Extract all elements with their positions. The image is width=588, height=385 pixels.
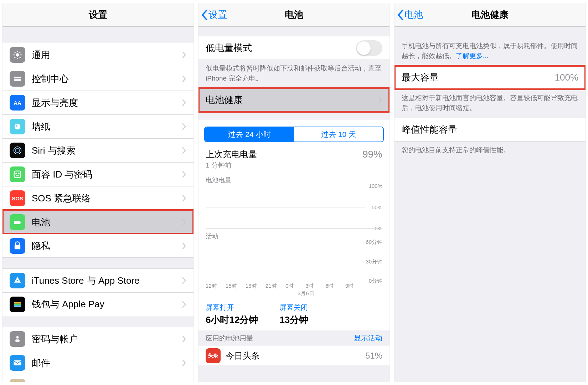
chevron-right-icon bbox=[182, 75, 186, 82]
settings-row-siri[interactable]: Siri 与搜索 bbox=[2, 138, 194, 162]
svg-point-8 bbox=[16, 173, 16, 174]
time-range-segmented[interactable]: 过去 24 小时 过去 10 天 bbox=[204, 127, 384, 142]
settings-row-mail[interactable]: 邮件 bbox=[2, 351, 194, 375]
chevron-right-icon bbox=[182, 123, 186, 130]
seg-10d[interactable]: 过去 10 天 bbox=[294, 127, 383, 142]
svg-point-4 bbox=[16, 125, 17, 127]
battery-health-pane: 电池 电池健康 手机电池与所有可充电电池类似，属于易耗部件。使用时间越长，能效越… bbox=[394, 3, 586, 382]
activity-chart: 60分钟 30分钟 0分钟 bbox=[206, 242, 382, 281]
max-capacity-value: 100% bbox=[555, 72, 579, 83]
svg-rect-19 bbox=[14, 360, 21, 365]
settings-row-sos[interactable]: SOSSOS 紧急联络 bbox=[2, 186, 194, 210]
settings-row-general[interactable]: 通用 bbox=[2, 43, 194, 67]
chevron-right-icon bbox=[182, 301, 186, 308]
priv-icon bbox=[10, 238, 25, 254]
peak-performance-row: 峰值性能容量 bbox=[394, 118, 586, 142]
contacts-icon bbox=[10, 379, 25, 382]
svg-rect-15 bbox=[14, 303, 21, 305]
activity-chart-title: 活动 bbox=[206, 232, 382, 241]
max-capacity-row: 最大容量 100% bbox=[394, 66, 586, 89]
max-capacity-footer: 这是相对于新电池而言的电池容量。容量较低可能导致充电后，电池使用时间缩短。 bbox=[394, 89, 586, 118]
chevron-right-icon bbox=[182, 195, 186, 202]
display-icon: AA bbox=[10, 95, 25, 111]
svg-rect-2 bbox=[14, 79, 21, 81]
settings-row-priv[interactable]: 隐私 bbox=[2, 234, 194, 258]
health-intro: 手机电池与所有可充电电池类似，属于易耗部件。使用时间越长，能效越低。了解更多..… bbox=[394, 27, 586, 66]
nav-title: 电池健康 bbox=[471, 9, 509, 21]
chevron-right-icon bbox=[182, 335, 186, 343]
chevron-right-icon bbox=[182, 171, 186, 178]
screen-off-stat: 屏幕关闭 13分钟 bbox=[279, 303, 308, 326]
svg-point-3 bbox=[15, 124, 20, 129]
back-to-battery[interactable]: 电池 bbox=[397, 9, 423, 21]
last-charge-title: 上次充电电量 bbox=[206, 149, 362, 160]
low-power-toggle[interactable] bbox=[356, 40, 382, 56]
battery-health-row[interactable]: 电池健康 bbox=[198, 88, 390, 112]
settings-row-face[interactable]: 面容 ID 与密码 bbox=[2, 162, 194, 186]
svg-rect-1 bbox=[14, 77, 21, 78]
back-to-settings[interactable]: 设置 bbox=[201, 9, 227, 21]
svg-rect-16 bbox=[14, 305, 21, 307]
peak-footer: 您的电池目前支持正常的峰值性能。 bbox=[394, 142, 586, 160]
learn-more-link[interactable]: 了解更多... bbox=[456, 52, 489, 60]
mail-icon bbox=[10, 355, 25, 371]
chevron-right-icon bbox=[182, 359, 186, 366]
seg-24h[interactable]: 过去 24 小时 bbox=[205, 127, 294, 142]
last-charge-sub: 1 分钟前 bbox=[206, 161, 362, 170]
svg-rect-18 bbox=[15, 339, 20, 342]
chevron-right-icon bbox=[182, 147, 186, 154]
svg-point-6 bbox=[15, 148, 20, 153]
show-activity-link[interactable]: 显示活动 bbox=[354, 333, 382, 343]
chevron-right-icon bbox=[182, 242, 186, 250]
sos-icon: SOS bbox=[10, 190, 25, 206]
low-power-footer: 低电量模式将暂时降低如下载和邮件获取等后台活动，直至 iPhone 完全充电。 bbox=[198, 60, 390, 88]
navbar-battery: 设置 电池 bbox=[198, 3, 390, 27]
navbar-settings: 设置 bbox=[2, 3, 194, 27]
acct-icon bbox=[10, 331, 25, 347]
chevron-right-icon bbox=[378, 97, 382, 104]
settings-row-wall[interactable]: 墙纸 bbox=[2, 114, 194, 138]
low-power-mode-row[interactable]: 低电量模式 bbox=[198, 36, 390, 60]
svg-rect-12 bbox=[15, 245, 20, 249]
nav-title: 电池 bbox=[285, 9, 303, 21]
siri-icon bbox=[10, 143, 25, 158]
svg-rect-14 bbox=[14, 302, 21, 304]
battery-level-chart: 100% 50% 0% bbox=[206, 186, 382, 229]
settings-pane: 设置 通用控制中心AA显示与亮度墙纸Siri 与搜索面容 ID 与密码SOSSO… bbox=[2, 3, 194, 382]
itunes-icon bbox=[10, 273, 25, 288]
level-chart-title: 电池电量 bbox=[206, 176, 382, 184]
nav-title: 设置 bbox=[89, 9, 107, 21]
settings-row-contacts[interactable]: 通讯录 bbox=[2, 375, 194, 382]
app-row-toutiao[interactable]: 头条 今日头条 51% bbox=[198, 346, 390, 365]
chevron-right-icon bbox=[182, 51, 186, 58]
settings-row-display[interactable]: AA显示与亮度 bbox=[2, 91, 194, 114]
svg-point-13 bbox=[17, 280, 19, 282]
chevron-right-icon bbox=[182, 277, 186, 284]
svg-rect-11 bbox=[20, 222, 21, 224]
toutiao-icon: 头条 bbox=[206, 348, 221, 363]
settings-row-wallet[interactable]: 钱包与 Apple Pay bbox=[2, 292, 194, 316]
svg-point-17 bbox=[16, 336, 19, 339]
batt-icon bbox=[10, 214, 25, 230]
navbar-health: 电池 电池健康 bbox=[394, 3, 586, 27]
screen-on-stat: 屏幕打开 6小时12分钟 bbox=[206, 303, 258, 326]
battery-pane: 设置 电池 低电量模式 低电量模式将暂时降低如下载和邮件获取等后台活动，直至 i… bbox=[198, 3, 390, 382]
svg-point-5 bbox=[14, 147, 21, 154]
general-icon bbox=[10, 47, 25, 63]
svg-point-0 bbox=[16, 53, 19, 56]
cc-icon bbox=[10, 71, 25, 87]
chevron-right-icon bbox=[182, 99, 186, 106]
svg-point-9 bbox=[18, 173, 19, 174]
svg-rect-7 bbox=[14, 171, 21, 178]
settings-row-cc[interactable]: 控制中心 bbox=[2, 67, 194, 91]
face-icon bbox=[10, 166, 25, 182]
settings-row-itunes[interactable]: iTunes Store 与 App Store bbox=[2, 268, 194, 292]
wall-icon bbox=[10, 119, 25, 134]
app-usage-header: 应用的电池用量 显示活动 bbox=[198, 330, 390, 346]
svg-rect-10 bbox=[14, 221, 20, 224]
last-charge-value: 99% bbox=[362, 149, 382, 160]
chevron-right-icon bbox=[182, 219, 186, 226]
settings-row-batt[interactable]: 电池 bbox=[2, 210, 194, 234]
settings-row-acct[interactable]: 密码与帐户 bbox=[2, 327, 194, 351]
wallet-icon bbox=[10, 297, 25, 312]
